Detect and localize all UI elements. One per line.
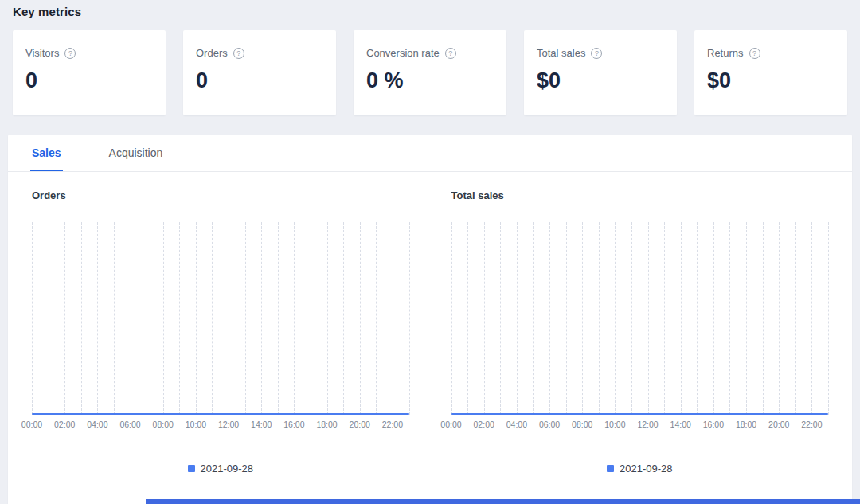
x-tick: 04:00 — [87, 420, 108, 429]
legend-item[interactable]: 2021-09-28 — [32, 463, 409, 475]
gridline — [763, 222, 764, 415]
x-tick: 12:00 — [218, 420, 239, 429]
x-tick: 00:00 — [22, 420, 42, 429]
gridline — [81, 222, 82, 415]
metric-label: Conversion rate — [366, 47, 440, 59]
gridline — [163, 222, 164, 415]
charts-row: Orders00:0002:0004:0006:0008:0010:0012:0… — [8, 172, 852, 475]
chart-total-sales: Total sales00:0002:0004:0006:0008:0010:0… — [452, 189, 829, 475]
gridline — [697, 222, 698, 415]
metric-label: Orders — [196, 47, 228, 59]
analytics-dashboard: Key metrics Visitors?0Orders?0Conversion… — [0, 0, 860, 504]
tab-acquisition[interactable]: Acquisition — [108, 135, 165, 171]
gridline — [64, 222, 65, 415]
x-tick: 04:00 — [506, 420, 527, 429]
legend-label: 2021-09-28 — [201, 463, 254, 475]
metric-card-visitors: Visitors?0 — [13, 30, 166, 115]
metric-label: Visitors — [25, 47, 59, 59]
metric-card-returns: Returns?$0 — [694, 30, 847, 115]
chart-orders: Orders00:0002:0004:0006:0008:0010:0012:0… — [32, 189, 409, 475]
x-tick: 10:00 — [604, 420, 625, 429]
gridline — [49, 222, 49, 415]
plot-area — [32, 222, 409, 415]
gridline — [729, 222, 730, 415]
help-icon[interactable]: ? — [749, 48, 760, 59]
x-tick: 14:00 — [670, 420, 691, 429]
metric-card-header: Visitors? — [25, 47, 153, 59]
gridline — [327, 222, 328, 415]
metrics-row: Visitors?0Orders?0Conversion rate?0 %Tot… — [13, 30, 847, 115]
help-icon[interactable]: ? — [233, 48, 244, 59]
gridline — [114, 222, 115, 415]
metric-card-conversion-rate: Conversion rate?0 % — [354, 30, 506, 115]
x-axis: 00:0002:0004:0006:0008:0010:0012:0014:00… — [452, 420, 829, 432]
gridline — [32, 222, 33, 415]
x-tick: 20:00 — [350, 420, 370, 429]
help-icon[interactable]: ? — [591, 48, 602, 59]
x-tick: 14:00 — [251, 420, 272, 429]
gridline — [484, 222, 485, 415]
bottom-scroll-indicator[interactable] — [146, 499, 860, 504]
gridline — [500, 222, 501, 415]
gridline — [681, 222, 682, 415]
legend-label: 2021-09-28 — [620, 463, 673, 475]
gridline — [631, 222, 632, 415]
metric-value: 0 — [25, 68, 153, 93]
x-axis: 00:0002:0004:0006:0008:0010:0012:0014:00… — [32, 420, 409, 432]
gridline — [360, 222, 361, 415]
chart-title: Total sales — [452, 189, 829, 203]
gridline — [393, 222, 393, 415]
metric-value: 0 % — [366, 68, 494, 93]
x-tick: 12:00 — [637, 420, 658, 429]
analytics-panel: SalesAcquisition Orders00:0002:0004:0006… — [8, 135, 852, 504]
series-line — [32, 413, 409, 415]
x-tick: 22:00 — [382, 420, 403, 429]
x-tick: 18:00 — [736, 420, 756, 429]
legend-item[interactable]: 2021-09-28 — [452, 463, 829, 475]
x-tick: 16:00 — [283, 420, 304, 429]
series-line — [452, 413, 829, 415]
gridline — [131, 222, 131, 415]
legend-marker — [188, 465, 195, 472]
gridline — [196, 222, 197, 415]
page-title: Key metrics — [0, 0, 860, 18]
gridline — [566, 222, 567, 415]
x-tick: 06:00 — [119, 420, 140, 429]
gridline — [179, 222, 180, 415]
metric-label: Total sales — [537, 47, 585, 59]
gridline — [796, 222, 796, 415]
metric-value: 0 — [196, 68, 323, 93]
metric-value: $0 — [537, 68, 664, 93]
x-tick: 10:00 — [186, 420, 206, 429]
gridline — [278, 222, 279, 415]
help-icon[interactable]: ? — [445, 48, 456, 59]
chart-title: Orders — [32, 189, 409, 203]
x-tick: 20:00 — [768, 420, 789, 429]
x-tick: 08:00 — [153, 420, 174, 429]
gridline — [343, 222, 344, 415]
gridline — [779, 222, 780, 415]
gridline — [664, 222, 665, 415]
tab-sales[interactable]: Sales — [30, 135, 63, 171]
gridline — [599, 222, 600, 415]
gridline — [376, 222, 377, 415]
gridline — [147, 222, 147, 415]
gridline — [517, 222, 518, 415]
x-tick: 18:00 — [316, 420, 337, 429]
help-icon[interactable]: ? — [64, 48, 76, 59]
gridline — [261, 222, 262, 415]
gridline — [229, 222, 229, 415]
gridline — [582, 222, 583, 415]
gridline — [245, 222, 246, 415]
metric-card-total-sales: Total sales?$0 — [524, 30, 677, 115]
gridline — [467, 222, 468, 415]
gridline — [615, 222, 616, 415]
x-tick: 16:00 — [703, 420, 724, 429]
gridline — [746, 222, 747, 415]
gridline — [648, 222, 649, 415]
metric-value: $0 — [707, 68, 835, 93]
legend-marker — [607, 465, 614, 472]
gridline — [409, 222, 410, 415]
metric-card-header: Returns? — [707, 47, 835, 59]
x-tick: 02:00 — [54, 420, 75, 429]
